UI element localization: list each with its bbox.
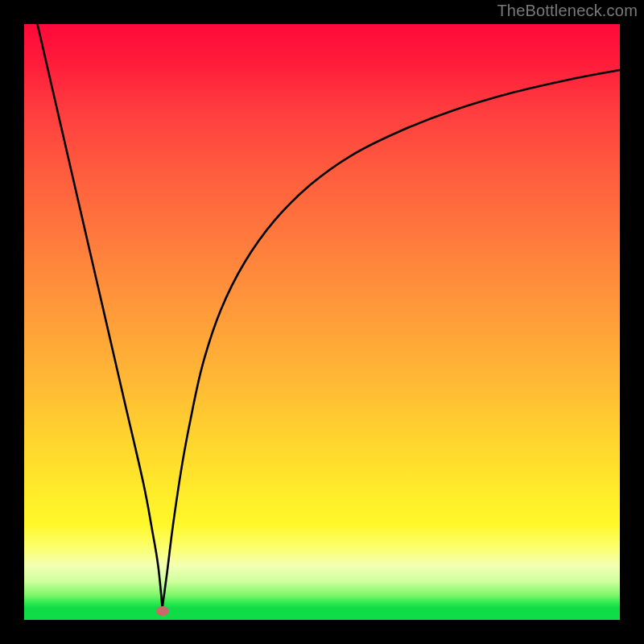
curve-left-branch bbox=[36, 24, 163, 608]
plot-area bbox=[24, 24, 620, 620]
curve-right-branch bbox=[163, 70, 620, 608]
bottleneck-marker bbox=[156, 606, 169, 616]
curve-overlay bbox=[24, 24, 620, 620]
watermark-text: TheBottleneck.com bbox=[497, 2, 638, 20]
chart-frame: TheBottleneck.com bbox=[0, 0, 644, 644]
